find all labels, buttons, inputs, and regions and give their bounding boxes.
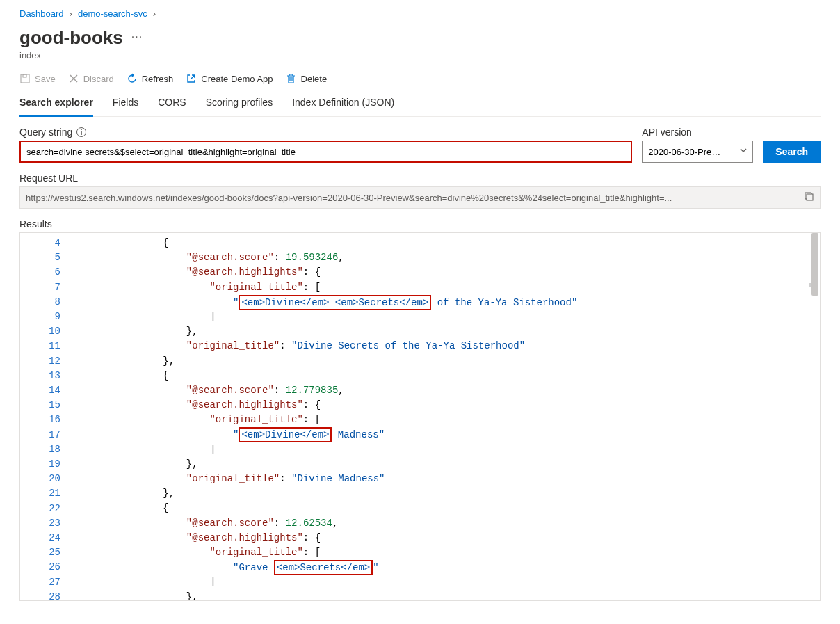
- editor-fold-column: [76, 233, 88, 600]
- tab-fields[interactable]: Fields: [113, 93, 138, 116]
- delete-button[interactable]: Delete: [286, 73, 328, 84]
- breadcrumb-item-service[interactable]: demo-search-svc: [78, 8, 147, 19]
- tab-search-explorer[interactable]: Search explorer: [19, 93, 93, 117]
- breadcrumb-item-dashboard[interactable]: Dashboard: [19, 8, 64, 19]
- delete-label: Delete: [301, 74, 328, 84]
- request-url-label: Request URL: [19, 173, 78, 184]
- query-string-label: Query string: [19, 127, 72, 138]
- refresh-icon: [127, 73, 138, 84]
- editor-gutter: 4567891011121314151617181920212223242526…: [20, 233, 76, 600]
- svg-rect-0: [21, 74, 29, 83]
- tab-index-definition-json-[interactable]: Index Definition (JSON): [292, 93, 394, 116]
- chevron-right-icon: ›: [70, 8, 72, 19]
- search-button[interactable]: Search: [763, 141, 821, 163]
- page-subtitle: index: [19, 50, 821, 61]
- svg-rect-2: [807, 194, 813, 200]
- tabs: Search explorerFieldsCORSScoring profile…: [19, 93, 821, 117]
- minimap-scrollbar[interactable]: [809, 233, 818, 600]
- trash-icon: [286, 73, 297, 84]
- tab-scoring-profiles[interactable]: Scoring profiles: [206, 93, 273, 116]
- query-string-input[interactable]: [19, 141, 632, 163]
- refresh-label: Refresh: [142, 74, 174, 84]
- highlight-annotation: <em>Divine</em> <em>Secrets</em>: [239, 295, 431, 310]
- discard-button: Discard: [68, 73, 114, 84]
- results-label: Results: [19, 218, 821, 230]
- toolbar: Save Discard Refresh Create Demo App Del…: [19, 73, 821, 84]
- close-icon: [68, 73, 79, 84]
- save-button: Save: [19, 73, 56, 84]
- save-label: Save: [35, 74, 56, 84]
- save-icon: [19, 73, 31, 84]
- request-url-box: https://westus2.search.windows.net/index…: [19, 186, 821, 209]
- api-version-label: API version: [642, 127, 692, 138]
- highlight-annotation: <em>Secrets</em>: [274, 560, 373, 575]
- info-icon[interactable]: i: [76, 127, 86, 137]
- highlight-annotation: <em>Divine</em>: [239, 427, 332, 442]
- editor-code[interactable]: { "@search.score": 19.593246, "@search.h…: [88, 233, 820, 600]
- create-demo-label: Create Demo App: [201, 74, 273, 84]
- api-version-select[interactable]: [642, 141, 753, 163]
- request-url-text: https://westus2.search.windows.net/index…: [26, 193, 798, 203]
- refresh-button[interactable]: Refresh: [127, 73, 174, 84]
- results-editor[interactable]: 4567891011121314151617181920212223242526…: [19, 232, 821, 601]
- page-title: good-books: [19, 27, 123, 49]
- copy-icon[interactable]: [804, 191, 814, 204]
- create-demo-button[interactable]: Create Demo App: [186, 73, 273, 84]
- svg-rect-1: [23, 74, 26, 77]
- chevron-right-icon: ›: [153, 8, 156, 19]
- discard-label: Discard: [83, 74, 114, 84]
- external-link-icon: [186, 73, 197, 84]
- more-actions-button[interactable]: ···: [131, 31, 143, 43]
- tab-cors[interactable]: CORS: [158, 93, 186, 116]
- breadcrumb: Dashboard › demo-search-svc ›: [19, 8, 821, 19]
